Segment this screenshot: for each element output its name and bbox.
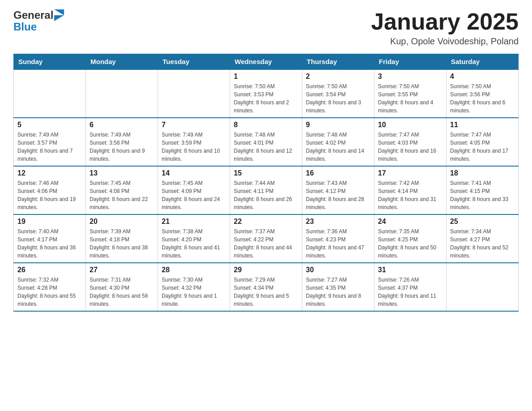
- weekday-header-wednesday: Wednesday: [230, 54, 302, 70]
- day-number: 30: [306, 266, 370, 274]
- day-number: 19: [17, 218, 82, 226]
- calendar-subtitle: Kup, Opole Voivodeship, Poland: [371, 36, 519, 47]
- calendar-cell: 13Sunrise: 7:45 AMSunset: 4:08 PMDayligh…: [86, 166, 158, 214]
- calendar-cell: 4Sunrise: 7:50 AMSunset: 3:56 PMDaylight…: [446, 69, 519, 118]
- day-number: 20: [90, 218, 154, 226]
- day-number: 27: [90, 266, 154, 274]
- day-number: 3: [378, 73, 442, 81]
- calendar-cell: 5Sunrise: 7:49 AMSunset: 3:57 PMDaylight…: [14, 118, 86, 166]
- day-number: 15: [234, 169, 298, 177]
- title-area: January 2025 Kup, Opole Voivodeship, Pol…: [371, 9, 519, 47]
- calendar-cell: 12Sunrise: 7:46 AMSunset: 4:06 PMDayligh…: [14, 166, 86, 214]
- calendar-cell: [446, 263, 519, 311]
- day-info: Sunrise: 7:32 AMSunset: 4:28 PMDaylight:…: [17, 276, 82, 308]
- calendar-cell: [86, 69, 158, 118]
- day-number: 18: [450, 169, 515, 177]
- day-info: Sunrise: 7:35 AMSunset: 4:25 PMDaylight:…: [378, 227, 442, 260]
- day-info: Sunrise: 7:45 AMSunset: 4:08 PMDaylight:…: [90, 179, 154, 211]
- day-number: 26: [17, 266, 82, 274]
- calendar-cell: 15Sunrise: 7:44 AMSunset: 4:11 PMDayligh…: [230, 166, 302, 214]
- calendar-cell: 22Sunrise: 7:37 AMSunset: 4:22 PMDayligh…: [230, 214, 302, 263]
- calendar-cell: 17Sunrise: 7:42 AMSunset: 4:14 PMDayligh…: [374, 166, 446, 214]
- day-number: 24: [378, 218, 442, 226]
- day-number: 4: [450, 73, 515, 81]
- day-info: Sunrise: 7:50 AMSunset: 3:55 PMDaylight:…: [378, 82, 442, 115]
- day-info: Sunrise: 7:44 AMSunset: 4:11 PMDaylight:…: [234, 179, 298, 211]
- day-number: 28: [162, 266, 226, 274]
- logo-icon: [54, 9, 64, 21]
- day-info: Sunrise: 7:34 AMSunset: 4:27 PMDaylight:…: [450, 227, 515, 260]
- weekday-header-thursday: Thursday: [302, 54, 374, 70]
- day-number: 1: [234, 73, 298, 81]
- calendar-cell: 31Sunrise: 7:26 AMSunset: 4:37 PMDayligh…: [374, 263, 446, 311]
- day-info: Sunrise: 7:50 AMSunset: 3:54 PMDaylight:…: [306, 82, 370, 115]
- calendar-week-row: 5Sunrise: 7:49 AMSunset: 3:57 PMDaylight…: [14, 118, 519, 166]
- calendar-cell: 21Sunrise: 7:38 AMSunset: 4:20 PMDayligh…: [158, 214, 230, 263]
- calendar-week-row: 26Sunrise: 7:32 AMSunset: 4:28 PMDayligh…: [14, 263, 519, 311]
- day-number: 6: [90, 121, 154, 129]
- calendar-cell: 23Sunrise: 7:36 AMSunset: 4:23 PMDayligh…: [302, 214, 374, 263]
- calendar-cell: 11Sunrise: 7:47 AMSunset: 4:05 PMDayligh…: [446, 118, 519, 166]
- day-info: Sunrise: 7:46 AMSunset: 4:06 PMDaylight:…: [17, 179, 82, 211]
- calendar-cell: 18Sunrise: 7:41 AMSunset: 4:15 PMDayligh…: [446, 166, 519, 214]
- day-number: 9: [306, 121, 370, 129]
- day-number: 10: [378, 121, 442, 129]
- calendar-cell: 9Sunrise: 7:48 AMSunset: 4:02 PMDaylight…: [302, 118, 374, 166]
- day-info: Sunrise: 7:47 AMSunset: 4:03 PMDaylight:…: [378, 131, 442, 163]
- calendar-cell: 27Sunrise: 7:31 AMSunset: 4:30 PMDayligh…: [86, 263, 158, 311]
- day-info: Sunrise: 7:48 AMSunset: 4:01 PMDaylight:…: [234, 131, 298, 163]
- calendar-cell: 29Sunrise: 7:29 AMSunset: 4:34 PMDayligh…: [230, 263, 302, 311]
- weekday-header-sunday: Sunday: [14, 54, 86, 70]
- day-info: Sunrise: 7:30 AMSunset: 4:32 PMDaylight:…: [162, 276, 226, 308]
- calendar-cell: 3Sunrise: 7:50 AMSunset: 3:55 PMDaylight…: [374, 69, 446, 118]
- weekday-header-monday: Monday: [86, 54, 158, 70]
- day-number: 16: [306, 169, 370, 177]
- calendar-week-row: 19Sunrise: 7:40 AMSunset: 4:17 PMDayligh…: [14, 214, 519, 263]
- logo: General Blue: [13, 9, 64, 33]
- day-number: 17: [378, 169, 442, 177]
- svg-marker-0: [54, 9, 64, 15]
- calendar-cell: 10Sunrise: 7:47 AMSunset: 4:03 PMDayligh…: [374, 118, 446, 166]
- day-info: Sunrise: 7:49 AMSunset: 3:57 PMDaylight:…: [17, 131, 82, 163]
- logo-blue-text: Blue: [13, 21, 37, 33]
- day-number: 12: [17, 169, 82, 177]
- day-number: 22: [234, 218, 298, 226]
- weekday-header-tuesday: Tuesday: [158, 54, 230, 70]
- calendar-cell: 20Sunrise: 7:39 AMSunset: 4:18 PMDayligh…: [86, 214, 158, 263]
- day-info: Sunrise: 7:26 AMSunset: 4:37 PMDaylight:…: [378, 276, 442, 308]
- day-number: 23: [306, 218, 370, 226]
- day-number: 29: [234, 266, 298, 274]
- day-info: Sunrise: 7:43 AMSunset: 4:12 PMDaylight:…: [306, 179, 370, 211]
- calendar-cell: 25Sunrise: 7:34 AMSunset: 4:27 PMDayligh…: [446, 214, 519, 263]
- day-info: Sunrise: 7:39 AMSunset: 4:18 PMDaylight:…: [90, 227, 154, 260]
- calendar-cell: [158, 69, 230, 118]
- calendar-cell: 8Sunrise: 7:48 AMSunset: 4:01 PMDaylight…: [230, 118, 302, 166]
- calendar-cell: 24Sunrise: 7:35 AMSunset: 4:25 PMDayligh…: [374, 214, 446, 263]
- calendar-cell: 14Sunrise: 7:45 AMSunset: 4:09 PMDayligh…: [158, 166, 230, 214]
- calendar-cell: 1Sunrise: 7:50 AMSunset: 3:53 PMDaylight…: [230, 69, 302, 118]
- day-number: 21: [162, 218, 226, 226]
- day-number: 13: [90, 169, 154, 177]
- day-info: Sunrise: 7:41 AMSunset: 4:15 PMDaylight:…: [450, 179, 515, 211]
- day-number: 31: [378, 266, 442, 274]
- weekday-header-row: SundayMondayTuesdayWednesdayThursdayFrid…: [14, 54, 519, 70]
- calendar-table: SundayMondayTuesdayWednesdayThursdayFrid…: [13, 54, 519, 312]
- calendar-cell: 6Sunrise: 7:49 AMSunset: 3:58 PMDaylight…: [86, 118, 158, 166]
- day-info: Sunrise: 7:31 AMSunset: 4:30 PMDaylight:…: [90, 276, 154, 308]
- day-number: 11: [450, 121, 515, 129]
- day-info: Sunrise: 7:50 AMSunset: 3:53 PMDaylight:…: [234, 82, 298, 115]
- day-number: 2: [306, 73, 370, 81]
- svg-marker-1: [54, 15, 64, 21]
- calendar-cell: 16Sunrise: 7:43 AMSunset: 4:12 PMDayligh…: [302, 166, 374, 214]
- calendar-cell: 28Sunrise: 7:30 AMSunset: 4:32 PMDayligh…: [158, 263, 230, 311]
- day-info: Sunrise: 7:50 AMSunset: 3:56 PMDaylight:…: [450, 82, 515, 115]
- page-header: General Blue January 2025 Kup, Opole Voi…: [13, 9, 519, 47]
- weekday-header-friday: Friday: [374, 54, 446, 70]
- calendar-cell: 30Sunrise: 7:27 AMSunset: 4:35 PMDayligh…: [302, 263, 374, 311]
- day-number: 8: [234, 121, 298, 129]
- calendar-title: January 2025: [371, 9, 519, 34]
- day-info: Sunrise: 7:27 AMSunset: 4:35 PMDaylight:…: [306, 276, 370, 308]
- weekday-header-saturday: Saturday: [446, 54, 519, 70]
- day-info: Sunrise: 7:49 AMSunset: 3:59 PMDaylight:…: [162, 131, 226, 163]
- day-info: Sunrise: 7:38 AMSunset: 4:20 PMDaylight:…: [162, 227, 226, 260]
